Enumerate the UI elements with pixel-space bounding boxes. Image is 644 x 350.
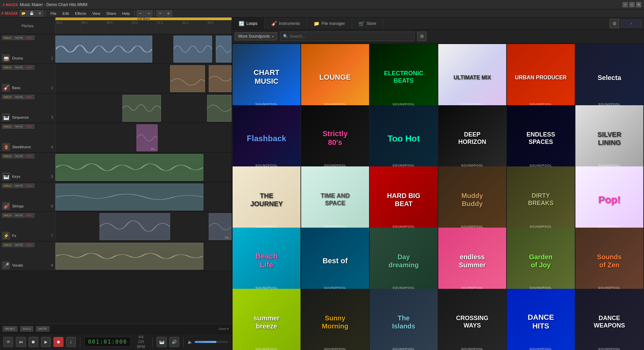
soundpool-item-electronic-beats[interactable]: ELECTRONIC BEATSSOUNDPOOL COLLECTION xyxy=(370,44,438,112)
track-content-drums[interactable] xyxy=(55,34,232,64)
play-button[interactable]: ▶ xyxy=(41,337,51,347)
mute-all-button[interactable]: MUTE xyxy=(36,326,49,332)
menu-effects[interactable]: Effects xyxy=(72,11,89,16)
clip-bass-2[interactable] xyxy=(209,65,232,92)
soundpool-item-dirty-breaks[interactable]: DIRTY BREAKSSOUNDPOOL BREAKBEAT xyxy=(507,166,575,234)
track-content-sequence[interactable] xyxy=(55,93,232,123)
solo-vocals[interactable]: SOLO xyxy=(2,243,13,247)
tab-store[interactable]: 🛒 Store xyxy=(352,17,383,29)
clip-steeldrums-1[interactable]: Ch... xyxy=(136,124,158,151)
soundpool-item-flashback[interactable]: FlashbackSOUNDPOOL 80s xyxy=(233,105,300,173)
mute-sequence[interactable]: MUTE xyxy=(13,95,25,99)
soundpool-item-silver-lining[interactable]: SILVER LININGSOUNDPOOL AMBIENT xyxy=(575,105,643,173)
mute-keys[interactable]: MUTE xyxy=(13,154,25,158)
soundpool-item-daydreaming[interactable]: Day dreamingSOUNDPOOL CHILLOUT xyxy=(370,228,438,296)
menu-share[interactable]: Share xyxy=(104,11,119,16)
solo-bass[interactable]: SOLO xyxy=(2,65,13,70)
menu-edit[interactable]: Edit xyxy=(60,11,72,16)
soundpool-item-islands[interactable]: The IslandsSOUNDPOOL CHILLOUT xyxy=(370,289,438,350)
soundpool-item-sunny-morning[interactable]: Sunny MorningSOUNDPOOL CHILLOUT xyxy=(301,289,369,350)
volume-slider[interactable] xyxy=(195,341,228,343)
clip-drums-1[interactable] xyxy=(55,36,152,63)
soundpool-item-beach-life[interactable]: Beach LifeSOUNDPOOL CHILLOUT xyxy=(233,228,300,296)
solo-all-button[interactable]: SOLO xyxy=(20,326,33,332)
panel-expand-button[interactable]: ⤢ xyxy=(621,20,641,27)
solo-steeldrums[interactable]: SOLO xyxy=(2,124,13,129)
soundpool-item-summer-breeze[interactable]: summer breezeSOUNDPOOL CHILLOUT xyxy=(233,289,300,350)
soundpool-item-garden-joy[interactable]: Garden of JoySOUNDPOOL CHILLOUT xyxy=(507,228,575,296)
clip-bass-1[interactable] xyxy=(170,65,205,92)
solo-keys[interactable]: SOLO xyxy=(2,154,13,158)
reset-button[interactable]: RESET xyxy=(3,326,17,332)
soundpool-item-toohot[interactable]: Too HotSOUNDPOOL 80s xyxy=(370,105,438,173)
clip-keys-1[interactable] xyxy=(55,154,203,181)
track-content-fx[interactable]: Ch... xyxy=(55,212,232,241)
menu-file[interactable]: File xyxy=(48,11,59,16)
rewind-button[interactable]: ⏮ xyxy=(16,337,26,347)
rec-drums[interactable]: REC xyxy=(25,36,34,40)
mute-steeldrums[interactable]: MUTE xyxy=(13,124,25,129)
rec-fx[interactable]: REC xyxy=(25,213,34,218)
menu-help[interactable]: Help xyxy=(120,11,133,16)
tab-file-manager[interactable]: 📁 File manager xyxy=(307,17,352,29)
piano-button[interactable]: 🎹 xyxy=(157,337,166,347)
track-content-strings[interactable] xyxy=(55,182,232,211)
close-button[interactable]: ✕ xyxy=(636,2,641,7)
track-content-keys[interactable] xyxy=(55,153,232,182)
tab-instruments[interactable]: 🎸 Instruments xyxy=(265,17,307,29)
stop-button[interactable]: ⏹ xyxy=(29,337,38,347)
soundpool-item-journey[interactable]: THE JOURNEYSOUNDPOOL AMBIENT xyxy=(233,166,300,234)
rec-bass[interactable]: REC xyxy=(25,65,34,70)
soundpool-item-chart-music[interactable]: CHART MUSICSOUNDPOOL COLLECTION xyxy=(233,44,300,112)
clip-drums-3[interactable] xyxy=(216,36,232,63)
track-content-steeldrums[interactable]: Ch... xyxy=(55,123,232,152)
soundpool-settings-button[interactable]: ⚙ xyxy=(417,32,427,41)
clip-sequence-2[interactable] xyxy=(207,95,232,122)
mute-vocals[interactable]: MUTE xyxy=(13,243,25,247)
clip-vocals-1[interactable] xyxy=(55,243,203,270)
clip-fx-1[interactable] xyxy=(99,213,170,240)
mute-bass[interactable]: MUTE xyxy=(13,65,25,70)
soundpool-item-sounds-zen[interactable]: Sounds of ZenSOUNDPOOL CHILLOUT xyxy=(575,228,643,296)
clip-sequence-1[interactable] xyxy=(122,95,161,122)
solo-fx[interactable]: SOLO xyxy=(2,213,13,218)
clip-fx-2[interactable]: Ch... xyxy=(209,213,232,240)
mute-strings[interactable]: MUTE xyxy=(13,184,25,188)
loop-button[interactable]: ⟳ xyxy=(3,337,13,347)
save-button[interactable]: 💾 xyxy=(28,10,35,16)
minimize-button[interactable]: ─ xyxy=(622,2,628,7)
rec-strings[interactable]: REC xyxy=(25,184,34,188)
stop-edit-button[interactable]: ⊗ xyxy=(165,10,172,16)
soundpool-item-endless-summer[interactable]: endless SummerSOUNDPOOL CHILLOUT xyxy=(438,228,506,296)
redo-button[interactable]: ↪ xyxy=(145,10,152,16)
metronome-button[interactable]: ♩ xyxy=(66,337,76,347)
open-button[interactable]: 📂 xyxy=(20,10,27,16)
mute-fx[interactable]: MUTE xyxy=(13,213,25,218)
rec-steeldrums[interactable]: REC xyxy=(25,124,34,129)
record-button[interactable]: ⏺ xyxy=(53,337,63,347)
track-content-vocals[interactable] xyxy=(55,241,232,271)
track-content-bass[interactable] xyxy=(55,64,232,93)
maximize-button[interactable]: □ xyxy=(629,2,635,7)
zoom-control[interactable]: Zoom ▾ xyxy=(218,327,229,330)
timeline[interactable]: 110 Bars 01:1 05:1 09:1 13:1 17:1 21:1 2… xyxy=(55,17,232,34)
settings-button[interactable]: ⚙ xyxy=(36,10,43,16)
rec-vocals[interactable]: REC xyxy=(25,243,34,247)
soundpool-item-best-of[interactable]: Best ofSOUNDPOOL CHILLOUT xyxy=(301,228,369,296)
soundpool-item-hard-big-beat[interactable]: HARD BIG BEATSOUNDPOOL BIG BEAT xyxy=(370,166,438,234)
soundpool-item-muddy-buddy[interactable]: Muddy BuddySOUNDPOOL BLUES xyxy=(438,166,506,234)
soundpool-dropdown[interactable]: More Soundpools ▾ xyxy=(235,32,277,40)
search-input[interactable] xyxy=(289,34,411,39)
mute-drums[interactable]: MUTE xyxy=(13,36,25,40)
solo-strings[interactable]: SOLO xyxy=(2,184,13,188)
soundpool-item-endless-spaces[interactable]: ENDLESS SPACESSOUNDPOOL AMBIENT xyxy=(507,105,575,173)
solo-drums[interactable]: SOLO xyxy=(2,36,13,40)
window-controls[interactable]: ─ □ ✕ xyxy=(622,2,641,7)
speaker-button[interactable]: 🔊 xyxy=(169,337,179,347)
soundpool-item-selecta[interactable]: SelectaSOUNDPOOL 2STEP xyxy=(575,44,643,112)
tab-loops[interactable]: 🔄 Loops xyxy=(232,17,265,29)
menu-view[interactable]: View xyxy=(89,11,103,16)
clip-strings-1[interactable] xyxy=(55,184,203,210)
clip-drums-2[interactable] xyxy=(173,36,212,63)
undo-button[interactable]: ↩ xyxy=(137,10,144,16)
